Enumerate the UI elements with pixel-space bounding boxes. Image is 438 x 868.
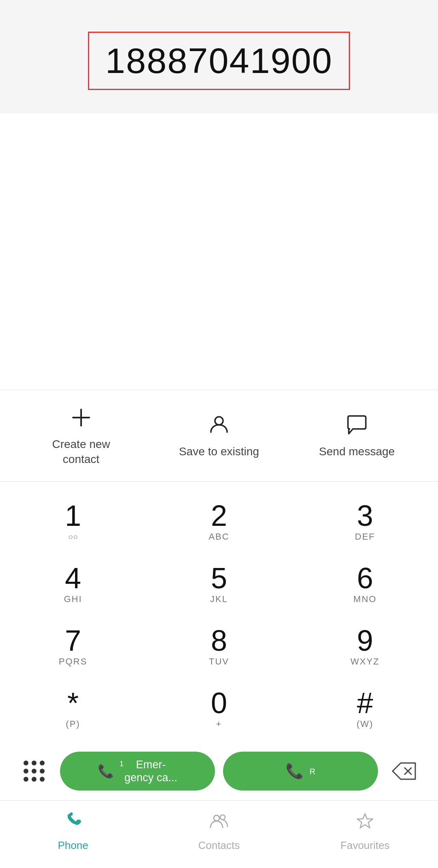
dial-letters-4: GHI [64, 594, 82, 605]
dial-letters-8: TUV [209, 656, 229, 667]
favourites-nav-icon [356, 812, 374, 835]
dial-letters-7: PQRS [59, 656, 87, 667]
phone-number[interactable]: 18887041900 [105, 41, 333, 81]
dial-key-5[interactable]: 5 JKL [146, 552, 292, 615]
plus-icon [70, 406, 92, 432]
dial-letters-0: + [216, 718, 222, 730]
call-phone-icon: 📞 [98, 763, 114, 779]
call-icon: 📞 [286, 763, 304, 780]
svg-point-6 [220, 815, 225, 820]
contacts-nav-icon [210, 812, 228, 835]
nav-item-favourites[interactable]: Favourites [324, 812, 406, 852]
dial-key-star[interactable]: * (P) [0, 677, 146, 739]
svg-marker-7 [357, 814, 373, 828]
dial-letters-5: JKL [210, 594, 228, 605]
dial-digit-6: 6 [357, 564, 373, 593]
dial-key-3[interactable]: 3 DEF [292, 490, 438, 552]
dial-letters-3: DEF [355, 531, 375, 542]
phone-nav-icon [64, 812, 82, 835]
dial-key-hash[interactable]: # (W) [292, 677, 438, 739]
call-r-label: R [309, 767, 315, 776]
dial-digit-4: 4 [65, 564, 81, 593]
create-new-contact-button[interactable]: Create new contact [36, 406, 126, 467]
dialpad-toggle-button[interactable] [16, 753, 52, 789]
send-message-label: Send message [319, 444, 395, 459]
svg-point-5 [214, 815, 219, 821]
nav-item-phone[interactable]: Phone [32, 812, 114, 852]
dial-key-8[interactable]: 8 TUV [146, 615, 292, 677]
dial-digit-5: 5 [211, 564, 227, 593]
action-row: Create new contact Save to existing Send… [0, 390, 438, 482]
create-new-contact-label: Create new contact [36, 437, 126, 467]
phone-display-area: 18887041900 [0, 0, 438, 114]
person-icon [208, 414, 230, 439]
dial-key-1[interactable]: 1 ○○ [0, 490, 146, 552]
svg-point-2 [215, 417, 223, 425]
dial-key-0[interactable]: 0 + [146, 677, 292, 739]
dial-digit-3: 3 [357, 501, 373, 530]
dial-key-2[interactable]: 2 ABC [146, 490, 292, 552]
save-to-existing-button[interactable]: Save to existing [174, 414, 264, 459]
dialpad: 1 ○○ 2 ABC 3 DEF 4 GHI 5 JKL 6 MNO 7 PQR… [0, 482, 438, 744]
nav-item-contacts[interactable]: Contacts [178, 812, 260, 852]
dial-letters-hash: (W) [356, 718, 373, 730]
backspace-icon [392, 762, 416, 780]
dial-digit-8: 8 [211, 626, 227, 655]
dial-digit-star: * [67, 688, 79, 718]
bottom-actions-bar: 📞 1 Emer-gency ca... 📞 R [0, 744, 438, 800]
dial-key-7[interactable]: 7 PQRS [0, 615, 146, 677]
dial-letters-star: (P) [66, 718, 80, 730]
dial-letters-9: WXYZ [350, 656, 380, 667]
emergency-call-button[interactable]: 📞 1 Emer-gency ca... [60, 752, 215, 791]
dial-key-9[interactable]: 9 WXYZ [292, 615, 438, 677]
emergency-superscript: 1 [120, 760, 124, 768]
dial-digit-hash: # [357, 688, 373, 718]
phone-number-box: 18887041900 [88, 32, 350, 90]
call-button[interactable]: 📞 R [223, 752, 378, 791]
backspace-button[interactable] [386, 753, 422, 789]
send-message-button[interactable]: Send message [312, 414, 402, 459]
nav-bar: Phone Contacts Favourites [0, 800, 438, 868]
dial-key-4[interactable]: 4 GHI [0, 552, 146, 615]
save-to-existing-label: Save to existing [179, 444, 259, 459]
message-icon [346, 414, 368, 439]
dial-key-6[interactable]: 6 MNO [292, 552, 438, 615]
nav-label-favourites: Favourites [340, 839, 389, 852]
emergency-label: Emer-gency ca... [125, 758, 178, 784]
nav-label-phone: Phone [58, 839, 88, 852]
dots-grid-icon [24, 761, 45, 782]
dial-digit-0: 0 [211, 688, 227, 718]
spacer-area [0, 114, 438, 390]
dial-digit-9: 9 [357, 626, 373, 655]
dial-digit-7: 7 [65, 626, 81, 655]
dial-digit-1: 1 [65, 501, 81, 530]
dial-digit-2: 2 [211, 501, 227, 530]
dial-letters-6: MNO [353, 594, 376, 605]
nav-label-contacts: Contacts [198, 839, 240, 852]
dialpad-grid: 1 ○○ 2 ABC 3 DEF 4 GHI 5 JKL 6 MNO 7 PQR… [0, 490, 438, 739]
dial-letters-1: ○○ [68, 531, 78, 542]
dial-letters-2: ABC [208, 531, 229, 542]
